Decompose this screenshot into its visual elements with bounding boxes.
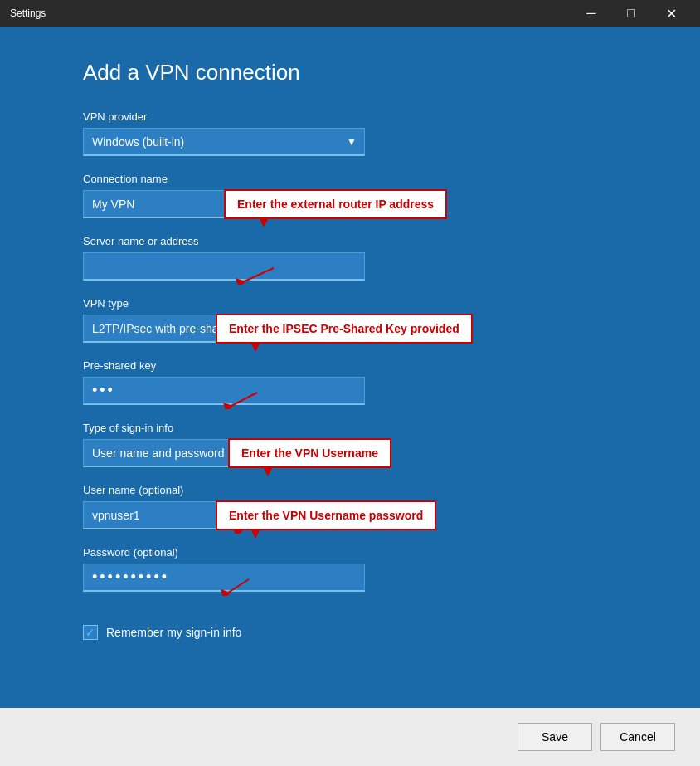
remember-label: Remember my sign-in info — [106, 626, 241, 639]
sign-in-type-label: Type of sign-in info — [83, 422, 617, 434]
vpn-type-label: VPN type — [83, 297, 617, 310]
bottom-bar: Save Cancel — [0, 708, 700, 766]
cancel-button[interactable]: Cancel — [600, 723, 675, 751]
close-button[interactable]: ✕ — [652, 0, 690, 27]
password-input[interactable] — [83, 564, 365, 592]
vpn-provider-select-wrapper: Windows (built-in) ▼ — [83, 128, 365, 156]
connection-name-group: Connection name — [83, 173, 617, 218]
main-content: Add a VPN connection VPN provider Window… — [0, 27, 700, 708]
server-name-input[interactable] — [83, 252, 365, 281]
password-group: Password (optional) Enter the VPN Userna… — [83, 546, 617, 592]
pre-shared-key-label: Pre-shared key — [83, 359, 617, 372]
sign-in-type-select[interactable]: User name and password — [83, 439, 365, 467]
vpn-provider-label: VPN provider — [83, 110, 617, 123]
minimize-button[interactable]: ─ — [572, 0, 610, 27]
title-bar: Settings ─ □ ✕ — [0, 0, 700, 27]
checkmark-icon: ✓ — [85, 626, 95, 639]
pre-shared-key-input[interactable] — [83, 377, 365, 405]
vpn-type-group: VPN type L2TP/IPsec with pre-shared key … — [83, 297, 617, 343]
remember-checkbox-row: ✓ Remember my sign-in info — [83, 625, 617, 640]
vpn-provider-select[interactable]: Windows (built-in) — [83, 128, 365, 156]
sign-in-type-select-wrapper: User name and password ▼ — [83, 439, 365, 467]
username-label: User name (optional) — [83, 484, 617, 496]
window-controls: ─ □ ✕ — [572, 0, 690, 27]
app-title: Settings — [10, 7, 46, 19]
vpn-type-select[interactable]: L2TP/IPsec with pre-shared key — [83, 315, 365, 343]
connection-name-label: Connection name — [83, 173, 617, 185]
sign-in-type-group: Type of sign-in info User name and passw… — [83, 422, 617, 467]
page-title: Add a VPN connection — [83, 60, 617, 85]
save-button[interactable]: Save — [518, 723, 592, 751]
maximize-button[interactable]: □ — [612, 0, 650, 27]
username-group: User name (optional) Enter the VPN Usern… — [83, 484, 617, 529]
server-name-group: Server name or address Enter the externa… — [83, 235, 617, 281]
remember-checkbox[interactable]: ✓ — [83, 625, 98, 640]
connection-name-input[interactable] — [83, 190, 365, 218]
server-name-label: Server name or address — [83, 235, 617, 247]
vpn-provider-group: VPN provider Windows (built-in) ▼ — [83, 110, 617, 156]
vpn-type-select-wrapper: L2TP/IPsec with pre-shared key ▼ — [83, 315, 365, 343]
pre-shared-key-group: Pre-shared key Enter the IPSEC Pre-Share… — [83, 359, 617, 405]
username-input[interactable] — [83, 501, 365, 529]
password-label: Password (optional) — [83, 546, 617, 559]
